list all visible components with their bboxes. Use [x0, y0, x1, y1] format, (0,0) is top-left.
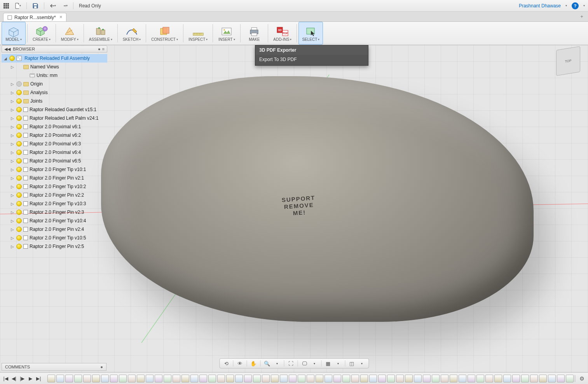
timeline-feature[interactable]	[92, 375, 100, 382]
timeline-feature[interactable]	[539, 375, 547, 382]
tree-twisty-icon[interactable]: ▷	[10, 150, 15, 155]
timeline-feature[interactable]	[521, 375, 529, 382]
timeline-feature[interactable]	[164, 375, 171, 382]
tree-twisty-icon[interactable]: ▷	[10, 82, 15, 86]
tree-twisty-icon[interactable]: ▷	[10, 159, 15, 163]
timeline-feature[interactable]	[262, 375, 270, 382]
timeline-feature[interactable]	[173, 375, 180, 382]
timeline-feature[interactable]	[360, 375, 368, 382]
tree-node[interactable]: ▷Raptor 2.0 Proximal v6:5	[2, 157, 107, 165]
timeline-feature[interactable]	[530, 375, 538, 382]
tree-node[interactable]: ▷Joints	[2, 97, 107, 105]
browser-menu-icon[interactable]: ≡	[102, 47, 105, 51]
fit-tool-icon[interactable]: ⛶	[286, 360, 295, 367]
tree-twisty-icon[interactable]: ▷	[10, 244, 15, 249]
tree-twisty-icon[interactable]: ▷	[10, 108, 15, 112]
collapse-browser-icon[interactable]: ◀◀	[4, 47, 10, 52]
timeline-feature[interactable]	[298, 375, 305, 382]
timeline-feature[interactable]	[369, 375, 377, 382]
timeline-feature[interactable]	[378, 375, 386, 382]
tree-node[interactable]: ▷Raptor 2.0 Finger Tip v10:1	[2, 165, 107, 174]
tree-node[interactable]: ▷Raptor 2.0 Finger Tip v10:3	[2, 199, 107, 208]
timeline-feature[interactable]	[441, 375, 448, 382]
tree-node[interactable]: ▷Analysis	[2, 88, 107, 97]
timeline-feature[interactable]	[217, 375, 225, 382]
tree-twisty-icon[interactable]: ▷	[10, 65, 15, 69]
timeline-feature[interactable]	[65, 375, 73, 382]
timeline-feature[interactable]	[566, 375, 574, 382]
viewports-tool-icon[interactable]: ◫	[347, 360, 356, 367]
help-menu-caret-icon[interactable]: ▾	[583, 4, 585, 7]
timeline-feature[interactable]	[253, 375, 261, 382]
timeline-feature[interactable]	[110, 375, 118, 382]
browser-bullet-icon[interactable]: ●	[98, 47, 101, 51]
tree-twisty-icon[interactable]: ▷	[10, 133, 15, 138]
visibility-bulb-icon[interactable]	[16, 133, 22, 138]
visibility-bulb-icon[interactable]	[16, 184, 22, 189]
tree-twisty-icon[interactable]: ▷	[10, 193, 15, 197]
tree-node[interactable]: ▷Raptor 2.0 Finger Pin v2:4	[2, 225, 107, 234]
timeline-feature[interactable]	[351, 375, 359, 382]
user-name-link[interactable]: Prashnant Dhawase	[519, 3, 561, 9]
ribbon-assemble-button[interactable]: ASSEMBLE▾	[85, 22, 116, 45]
timeline-feature[interactable]	[325, 375, 332, 382]
orbit-tool-icon[interactable]: ⟲	[222, 360, 230, 367]
visibility-bulb-icon[interactable]	[16, 227, 22, 232]
timeline-feature[interactable]	[280, 375, 288, 382]
user-menu-caret-icon[interactable]: ▾	[565, 4, 567, 7]
timeline-feature[interactable]	[494, 375, 502, 382]
ribbon-create-button[interactable]: +CREATE▾	[29, 22, 54, 45]
comments-pin-icon[interactable]: ●	[100, 365, 103, 369]
visibility-bulb-icon[interactable]	[16, 81, 22, 87]
tree-node[interactable]: ▷Raptor 2.0 Proximal v6:4	[2, 148, 107, 157]
tree-node[interactable]: ▷Raptor 2.0 Proximal v6:3	[2, 140, 107, 148]
document-tab[interactable]: Raptor R...ssembly* ×	[3, 13, 66, 21]
timeline-feature[interactable]	[575, 375, 575, 382]
visibility-bulb-icon[interactable]	[16, 167, 22, 172]
redo-icon[interactable]: ▾	[61, 3, 68, 9]
ribbon-make-button[interactable]: MAKE	[242, 22, 266, 45]
timeline-skip-end-icon[interactable]: ▶|	[35, 375, 42, 382]
timeline-feature[interactable]	[405, 375, 413, 382]
save-icon[interactable]	[32, 3, 38, 9]
display-tool-icon[interactable]: 🖵	[300, 360, 309, 367]
timeline-feature[interactable]	[101, 375, 109, 382]
timeline-step-fwd-icon[interactable]: |▶	[19, 375, 25, 382]
visibility-bulb-icon[interactable]	[16, 150, 22, 155]
visibility-bulb-icon[interactable]	[16, 201, 22, 206]
tree-node[interactable]: ▷Raptor 2.0 Proximal v6:1	[2, 122, 107, 131]
new-tab-button[interactable]: ＋	[576, 12, 588, 21]
timeline-feature[interactable]	[548, 375, 556, 382]
tree-node[interactable]: ▷Raptor 2.0 Finger Pin v2:3	[2, 208, 107, 216]
tree-twisty-icon[interactable]: ▷	[10, 210, 15, 215]
timeline-feature[interactable]	[119, 375, 127, 382]
timeline-feature[interactable]	[226, 375, 234, 382]
grid-caret-icon[interactable]: ▾	[334, 360, 342, 367]
ribbon-modify-button[interactable]: MODIFY▾	[58, 22, 82, 45]
timeline-feature[interactable]	[56, 375, 64, 382]
timeline-feature[interactable]	[414, 375, 422, 382]
timeline-feature[interactable]	[235, 375, 243, 382]
timeline-feature[interactable]	[47, 375, 55, 382]
timeline-feature[interactable]	[83, 375, 91, 382]
tree-node[interactable]: ▷Raptor 2.0 Finger Pin v2:5	[2, 242, 107, 251]
tree-twisty-icon[interactable]: ▷	[10, 202, 15, 206]
tree-twisty-icon[interactable]: ▷	[10, 219, 15, 223]
visibility-bulb-icon[interactable]	[16, 175, 22, 181]
tree-node[interactable]: ▷Raptor 2.0 Finger Tip v10:4	[2, 216, 107, 225]
timeline-feature[interactable]	[128, 375, 136, 382]
timeline-feature[interactable]	[199, 375, 207, 382]
tree-twisty-icon[interactable]: ▷	[10, 142, 15, 146]
ribbon-inspect-button[interactable]: INSPECT▾	[185, 22, 211, 45]
comments-panel-header[interactable]: COMMENTS ●	[2, 363, 106, 371]
timeline-feature[interactable]	[74, 375, 82, 382]
help-icon[interactable]: ?	[572, 2, 579, 9]
tree-twisty-icon[interactable]: ▷	[10, 168, 15, 172]
visibility-bulb-icon[interactable]	[16, 235, 22, 241]
timeline-feature[interactable]	[485, 375, 493, 382]
look-tool-icon[interactable]: 👁	[236, 360, 244, 367]
tree-node[interactable]: ▷Named Views	[2, 63, 107, 71]
tree-twisty-icon[interactable]: ▷	[10, 176, 15, 180]
tree-twisty-icon[interactable]: ▷	[10, 125, 15, 129]
ribbon-construct-button[interactable]: CONSTRUCT▾	[148, 22, 181, 45]
